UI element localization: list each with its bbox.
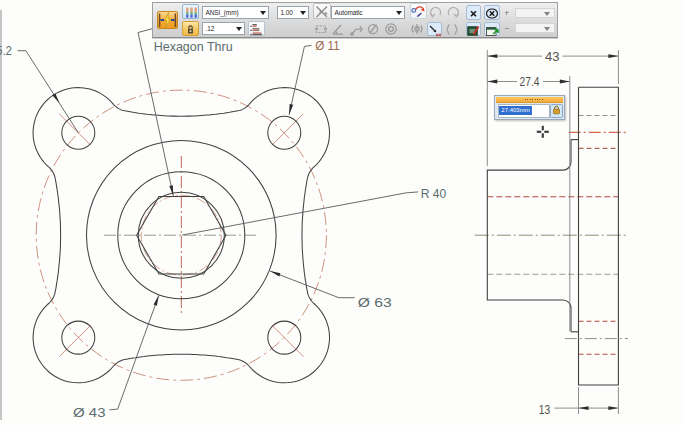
svg-text:Ø 43: Ø 43 xyxy=(73,405,106,420)
svg-text:Hexagon Thru: Hexagon Thru xyxy=(154,39,233,54)
svg-text:43: 43 xyxy=(545,50,560,64)
svg-text:R 40: R 40 xyxy=(421,186,447,201)
svg-text:5.2: 5.2 xyxy=(0,43,12,58)
svg-text:Ø 63: Ø 63 xyxy=(358,295,392,310)
svg-text:Ø 11: Ø 11 xyxy=(315,38,340,53)
svg-text:27.4: 27.4 xyxy=(520,75,540,89)
svg-text:13: 13 xyxy=(539,403,551,417)
